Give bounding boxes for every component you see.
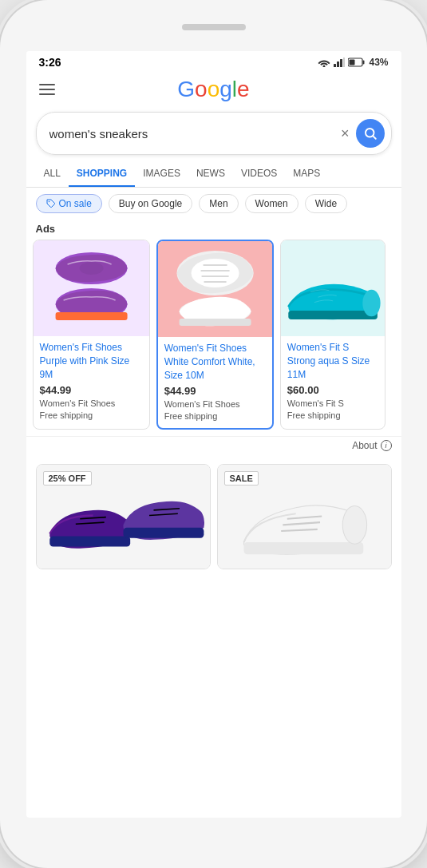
svg-point-34	[342, 506, 366, 545]
tab-videos[interactable]: VIDEOS	[233, 161, 285, 187]
svg-point-15	[191, 259, 239, 287]
menu-button[interactable]	[36, 81, 58, 98]
phone-speaker	[182, 24, 246, 30]
info-icon[interactable]: i	[381, 440, 392, 451]
organic-card-2[interactable]: SALE	[217, 464, 392, 569]
search-bar-container: ×	[26, 107, 401, 161]
svg-rect-27	[123, 528, 204, 538]
product-info-2: Women's Fit Shoes White Comfort White, S…	[158, 337, 272, 428]
search-bar: ×	[36, 112, 392, 155]
svg-rect-3	[343, 57, 345, 67]
svg-rect-30	[243, 543, 363, 555]
chip-men[interactable]: Men	[199, 194, 238, 213]
svg-point-23	[362, 290, 380, 316]
svg-rect-5	[363, 61, 365, 65]
svg-rect-22	[288, 311, 378, 319]
search-button[interactable]	[356, 119, 385, 148]
product-img-3	[281, 240, 385, 336]
scroll-area[interactable]: ALL SHOPPING IMAGES NEWS VIDEOS MAPS On …	[26, 161, 401, 818]
shoe-img-3	[281, 240, 385, 336]
product-price-3: $60.00	[287, 384, 378, 396]
tab-all[interactable]: ALL	[36, 161, 69, 187]
tabs-bar: ALL SHOPPING IMAGES NEWS VIDEOS MAPS	[26, 161, 401, 188]
organic-results: 25% OFF	[26, 458, 401, 576]
about-row: About i	[26, 436, 401, 456]
sale-badge-2: SALE	[224, 471, 259, 486]
svg-rect-24	[49, 537, 130, 547]
status-time: 3:26	[39, 56, 61, 69]
status-bar: 3:26	[26, 51, 401, 72]
product-price-1: $44.99	[40, 384, 143, 396]
svg-rect-21	[179, 319, 251, 326]
google-logo: Google	[58, 77, 370, 102]
tab-news[interactable]: NEWS	[188, 161, 233, 187]
svg-rect-13	[55, 312, 127, 320]
organic-card-1[interactable]: 25% OFF	[36, 464, 211, 569]
product-card-2[interactable]: Women's Fit Shoes White Comfort White, S…	[156, 240, 274, 430]
product-price-2: $44.99	[164, 385, 266, 397]
clear-button[interactable]: ×	[334, 125, 356, 142]
tab-shopping[interactable]: SHOPPING	[69, 161, 135, 187]
product-seller-3: Women's Fit S Free shipping	[287, 398, 378, 421]
product-title-3: Women's Fit S Strong aqua S Size 11M	[287, 341, 378, 381]
product-card-1[interactable]: Women's Fit Shoes Purple with Pink Size …	[33, 240, 150, 430]
tab-images[interactable]: IMAGES	[135, 161, 188, 187]
status-icons: 43%	[318, 57, 388, 68]
svg-rect-0	[334, 64, 336, 67]
product-img-2	[158, 241, 272, 337]
product-title-1: Women's Fit Shoes Purple with Pink Size …	[40, 341, 143, 381]
product-title-2: Women's Fit Shoes White Comfort White, S…	[164, 342, 266, 382]
svg-rect-6	[350, 60, 355, 65]
shoe-img-2	[158, 241, 272, 337]
product-info-1: Women's Fit Shoes Purple with Pink Size …	[34, 336, 149, 427]
wifi-icon	[318, 57, 330, 67]
svg-point-11	[79, 262, 103, 275]
chip-women[interactable]: Women	[245, 194, 299, 213]
ads-label: Ads	[26, 220, 401, 236]
svg-rect-1	[337, 61, 339, 67]
chip-buy-google[interactable]: Buy on Google	[109, 194, 192, 213]
phone-frame: 3:26	[0, 0, 427, 868]
about-label[interactable]: About	[352, 440, 377, 451]
signal-icon	[334, 57, 345, 67]
battery-icon	[348, 57, 366, 67]
search-input[interactable]	[49, 127, 334, 141]
tab-maps[interactable]: MAPS	[285, 161, 328, 187]
shoe-img-1	[34, 240, 149, 336]
product-seller-2: Women's Fit Shoes Free shipping	[164, 398, 266, 422]
search-icon	[363, 126, 378, 141]
chip-on-sale[interactable]: On sale	[36, 194, 102, 213]
product-card-3[interactable]: Women's Fit S Strong aqua S Size 11M $60…	[280, 240, 385, 430]
products-row: Women's Fit Shoes Purple with Pink Size …	[33, 240, 395, 430]
products-container: Women's Fit Shoes Purple with Pink Size …	[26, 236, 401, 436]
sale-badge-1: 25% OFF	[43, 471, 92, 486]
chip-wide[interactable]: Wide	[305, 194, 347, 213]
product-info-3: Women's Fit S Strong aqua S Size 11M $60…	[281, 336, 385, 427]
tag-icon	[46, 199, 56, 208]
filter-chips: On sale Buy on Google Men Women Wide	[26, 188, 401, 220]
svg-rect-2	[340, 59, 342, 67]
product-seller-1: Women's Fit Shoes Free shipping	[40, 398, 143, 421]
product-img-1	[34, 240, 149, 336]
header: Google	[26, 72, 401, 107]
phone-screen: 3:26	[26, 51, 401, 818]
svg-point-9	[48, 201, 49, 203]
battery-pct: 43%	[369, 57, 388, 68]
svg-line-8	[373, 136, 375, 138]
